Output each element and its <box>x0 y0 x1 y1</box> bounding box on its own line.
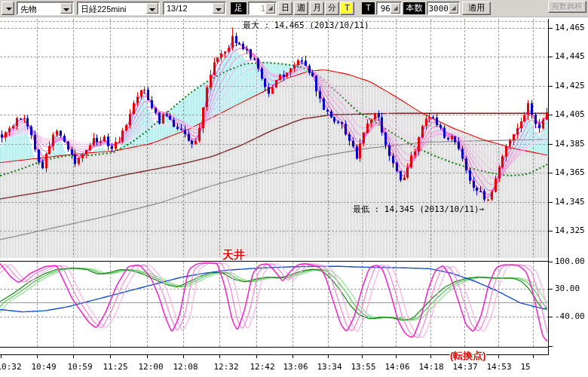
contract-select[interactable]: 13/12 <box>163 2 226 15</box>
time-axis-label: 14:37 <box>450 362 480 372</box>
period-week-button[interactable]: 週 <box>294 2 308 15</box>
period-minute-button[interactable]: 分 <box>325 2 339 15</box>
oscillator-axis-label: -40.00 <box>555 311 585 321</box>
period-month-button[interactable]: 月 <box>310 2 324 15</box>
period-tick-button[interactable]: T <box>340 2 354 15</box>
apply-button[interactable]: 適用 <box>462 2 491 15</box>
chevron-down-icon <box>216 8 222 11</box>
time-axis-label: 13:06 <box>280 362 311 372</box>
interval-value: 1 <box>260 4 265 14</box>
time-axis-label: 13:55 <box>348 362 378 372</box>
turning-point-annotation: (転換点) <box>450 349 486 363</box>
chart-canvas[interactable] <box>0 0 588 377</box>
time-axis-label: 10:32 <box>0 362 24 372</box>
time-axis-label: 12:00 <box>136 362 166 372</box>
time-axis-label: 10:59 <box>65 362 95 372</box>
chevron-down-icon <box>149 8 155 11</box>
time-axis-label: 14:06 <box>382 362 412 372</box>
bar-count-value: 3000 <box>429 4 449 14</box>
multi-symbol-button[interactable]: 複数銘柄 <box>548 1 586 13</box>
symbol-select[interactable]: 日経225mini <box>77 2 160 15</box>
price-axis-label: 14,385 <box>555 139 585 149</box>
price-axis-label: 14,345 <box>555 197 585 207</box>
price-axis-label: 14,405 <box>555 109 585 119</box>
contract-select-value: 13/12 <box>167 4 188 13</box>
price-axis-label: 14,425 <box>555 81 585 90</box>
toolbar: 先物 日経225mini 13/12 足 1 ◢ 日 週 月 分 T T 96 … <box>0 0 588 17</box>
collapse-dropdown-button[interactable] <box>2 2 14 15</box>
tick-count-stepper[interactable]: 96 ◢ <box>376 2 402 15</box>
time-axis-label: 14:18 <box>416 362 446 372</box>
time-axis-label: 12:42 <box>247 362 277 372</box>
symbol-select-arrow[interactable] <box>146 3 158 14</box>
tick-count-value: 96 <box>381 4 390 14</box>
spinner-grip-icon[interactable]: ◢ <box>265 3 275 14</box>
bar-count-stepper[interactable]: 3000 ◢ <box>427 2 460 15</box>
oscillator-axis-label: 100.00 <box>555 256 585 266</box>
price-axis-label: 14,445 <box>555 51 585 61</box>
time-axis-label: 13:34 <box>314 362 345 372</box>
spinner-grip-icon[interactable]: ◢ <box>449 3 458 14</box>
time-axis-label: 10:49 <box>29 362 59 372</box>
price-axis-label: 14,465 <box>555 23 585 32</box>
bar-type-chip: 足 <box>231 2 247 14</box>
contract-select-arrow[interactable] <box>213 3 225 14</box>
min-price-annotation: 最低 : 14,345 (2013/10/11)→ <box>353 204 484 215</box>
chevron-down-icon <box>6 8 12 11</box>
time-axis-label: 12:32 <box>211 362 241 372</box>
market-select[interactable]: 先物 <box>17 2 74 15</box>
price-axis-label: 14,325 <box>555 225 585 235</box>
period-day-button[interactable]: 日 <box>278 2 292 15</box>
price-axis-label: 14,365 <box>555 167 585 177</box>
time-axis-label: 11:25 <box>100 362 130 372</box>
interval-stepper[interactable]: 1 ◢ <box>248 2 277 15</box>
chevron-down-icon <box>63 8 69 11</box>
time-axis-label: 12:08 <box>170 362 201 372</box>
ceiling-annotation: 天井 <box>222 248 245 262</box>
market-select-value: 先物 <box>20 4 37 15</box>
bar-count-chip: 本数 <box>403 2 425 14</box>
tick-count-chip: T <box>362 2 375 14</box>
time-axis-label: 14:53 <box>484 362 514 372</box>
symbol-select-value: 日経225mini <box>81 4 127 15</box>
market-select-arrow[interactable] <box>60 3 72 14</box>
chart-window: 先物 日経225mini 13/12 足 1 ◢ 日 週 月 分 T T 96 … <box>0 0 588 377</box>
oscillator-axis-label: 30.00 <box>555 284 580 293</box>
spinner-grip-icon[interactable]: ◢ <box>390 3 400 14</box>
time-axis-label: 15 <box>510 362 541 372</box>
max-price-annotation: 最大 : 14,465 (2013/10/11) <box>243 20 369 31</box>
